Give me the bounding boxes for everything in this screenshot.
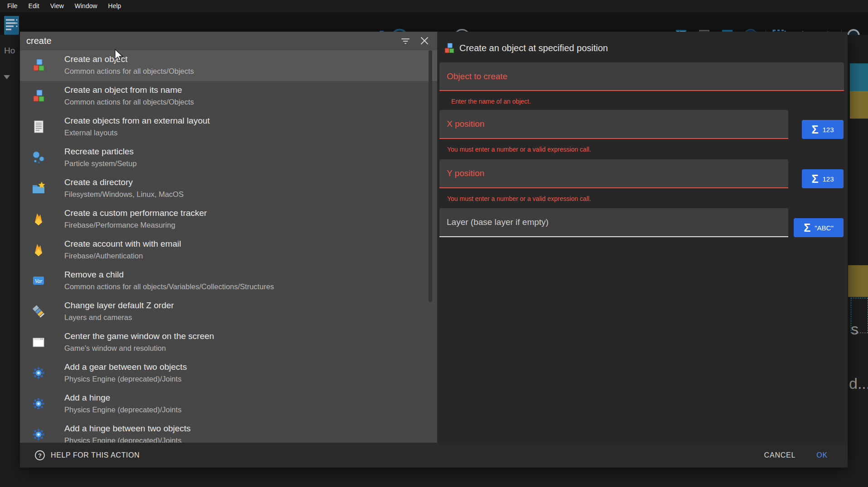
help-icon: ? [34,450,45,461]
x-position-field [439,110,788,139]
instruction-editor-dialog: Create an object Common actions for all … [20,32,848,468]
action-list-item[interactable]: Create account with with email Firebase/… [20,235,437,266]
action-group: Filesystem/Windows, Linux, MacOS [64,190,183,199]
action-title: Add a hinge [64,393,110,403]
help-button-label: HELP FOR THIS ACTION [51,451,140,459]
action-list-item[interactable]: Create objects from an external layout E… [20,112,437,143]
external-layout-icon [31,119,46,134]
action-group: Firebase/Performance Measuring [64,221,175,229]
action-list-item[interactable]: Center the game window on the screen Gam… [20,327,437,358]
action-title: Create an object at specified position [459,43,608,53]
action-group: Physics Engine (deprecated)/Joints [64,406,182,414]
chevron-down-icon[interactable] [4,75,10,79]
action-title: Recreate particles [64,147,134,157]
variable-icon: Var [31,273,46,288]
scene-text-d: d... [849,375,868,392]
object-to-create-input[interactable] [439,62,844,90]
action-list-item[interactable]: Var Remove a child Common actions for al… [20,266,437,296]
action-list-item[interactable]: Recreate particles Particle system/Setup [20,143,437,173]
cancel-button[interactable]: CANCEL [758,447,802,464]
action-group: Physics Engine (deprecated)/Joints [64,436,182,443]
y-position-field [439,159,788,188]
action-title: Remove a child [64,270,124,280]
action-list-item[interactable]: Add a hinge between two objects Physics … [20,420,437,443]
action-list-item[interactable]: Create an object from its name Common ac… [20,81,437,112]
project-manager-icon[interactable] [4,15,20,35]
y-error-text: You must enter a number or a valid expre… [447,195,591,202]
action-group: Firebase/Authentication [64,252,143,260]
action-title: Create an object from its name [64,85,182,95]
search-input[interactable] [20,32,402,50]
layer-field [439,208,788,237]
x-position-input[interactable] [439,110,788,138]
expression-button-label: 123 [822,126,834,134]
action-group: Common actions for all objects/Variables… [64,282,274,291]
menu-edit[interactable]: Edit [23,0,45,12]
expression-button-label: "ABC" [815,224,834,232]
action-group: Physics Engine (deprecated)/Joints [64,375,182,383]
scene-text-s: s [851,320,858,338]
action-list-item[interactable]: Change layer default Z order Layers and … [20,296,437,327]
objects-icon [31,89,46,103]
search-bar [20,32,437,50]
filter-icon[interactable] [400,35,411,46]
objects-icon [443,42,455,54]
action-title: Create a directory [64,177,133,187]
layer-expression-button[interactable]: Σ "ABC" [794,218,844,237]
sigma-icon: Σ [804,222,810,234]
action-list-item[interactable]: Create a custom performance tracker Fire… [20,204,437,235]
action-title: Create account with with email [64,239,181,249]
y-position-input[interactable] [439,159,788,187]
action-title: Create an object [64,54,127,64]
window-icon [31,335,46,349]
folder-star-icon [31,181,46,196]
physics-icon [31,366,46,380]
menu-help[interactable]: Help [103,0,127,12]
close-icon[interactable] [419,35,430,46]
action-list-item[interactable]: Create an object Common actions for all … [20,50,437,81]
action-title: Center the game window on the screen [64,331,214,341]
physics-icon [31,396,46,411]
action-group: Particle system/Setup [64,159,137,168]
gdevelop-window: File Edit View Window Help PREVIEW PUBLI… [0,0,868,487]
home-tab-label[interactable]: Ho [4,46,15,56]
action-list-item[interactable]: Add a hinge Physics Engine (deprecated)/… [20,389,437,420]
physics-icon [31,427,46,442]
expression-button-label: 123 [822,175,834,183]
menu-file[interactable]: File [2,0,23,12]
ok-button[interactable]: OK [810,447,834,464]
action-group: Common actions for all objects/Objects [64,67,194,76]
action-title: Create objects from an external layout [64,116,210,126]
x-error-text: You must enter a number or a valid expre… [447,146,591,153]
layer-input[interactable] [439,208,788,236]
particles-icon [31,150,46,165]
action-title: Change layer default Z order [64,301,174,310]
object-helper-text: Enter the name of an object. [451,98,531,105]
action-list: Create an object Common actions for all … [20,50,437,443]
action-group: External layouts [64,129,117,137]
action-title: Add a gear between two objects [64,362,187,372]
scene-object-olive [850,91,868,119]
object-to-create-field [439,62,844,91]
firebase-icon [31,212,46,226]
action-list-item[interactable]: Add a gear between two objects Physics E… [20,358,437,389]
action-list-item[interactable]: Create a directory Filesystem/Windows, L… [20,173,437,204]
list-scrollbar[interactable] [429,50,432,302]
zorder-icon [31,304,46,319]
x-expression-button[interactable]: Σ 123 [802,120,844,139]
sigma-icon: Σ [811,173,818,185]
action-title: Add a hinge between two objects [64,424,191,434]
y-expression-button[interactable]: Σ 123 [802,169,844,188]
action-title: Create a custom performance tracker [64,208,207,218]
help-button[interactable]: ? HELP FOR THIS ACTION [34,450,140,461]
firebase-icon [31,243,46,257]
menu-view[interactable]: View [45,0,69,12]
dialog-footer: ? HELP FOR THIS ACTION CANCEL OK [20,443,848,468]
svg-text:Var: Var [35,278,43,284]
scene-object-olive-2 [848,265,868,297]
sigma-icon: Σ [811,124,818,135]
scene-object-teal [850,63,868,91]
action-group: Common actions for all objects/Objects [64,98,194,106]
action-group: Game's window and resolution [64,344,166,353]
menu-window[interactable]: Window [69,0,103,12]
